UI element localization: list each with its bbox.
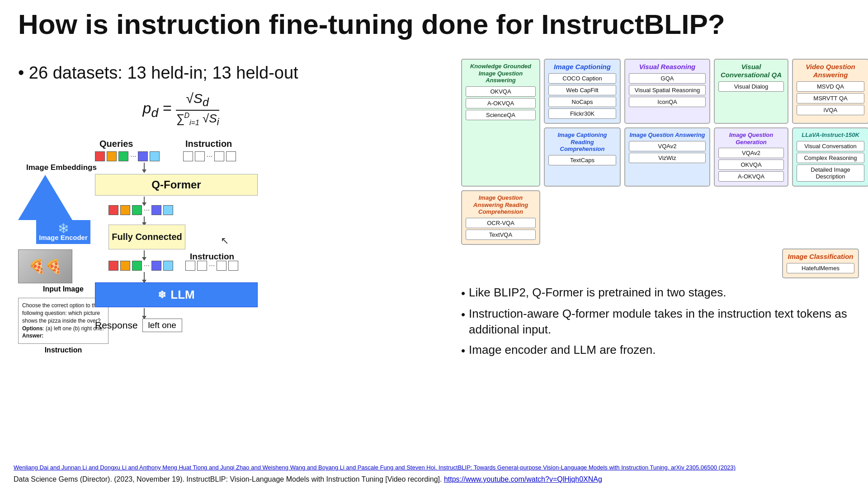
chip-aokvqa-gen: A-OKVQA — [718, 171, 784, 182]
iq-reading-title: Image Question Answering Reading Compreh… — [466, 194, 536, 216]
dataset-grid: Image Captioning COCO Caption Web CapFil… — [461, 59, 859, 245]
left-panel: • 26 datasets: 13 held-in; 13 held-out p… — [18, 63, 316, 356]
instruction-squares-top: ··· — [183, 151, 236, 161]
image-captioning-title: Image Captioning — [548, 63, 616, 71]
chip-msvd: MSVD QA — [797, 81, 864, 92]
video-qa-box: Video Question Answering MSVD QA MSRVTT … — [792, 59, 868, 124]
chip-okvqa-gen: OKVQA — [718, 160, 784, 170]
instruction-label-top: Instruction — [185, 139, 232, 149]
image-classification-title: Image Classification — [787, 253, 854, 261]
chip-gqa: GQA — [629, 73, 706, 84]
chip-hateful-memes: HatefulMemes — [787, 263, 854, 273]
chip-coco: COCO Caption — [548, 73, 616, 84]
chip-detailed-image: Detailed Image Description — [797, 164, 864, 182]
chip-vizwiz: VizWiz — [629, 153, 706, 163]
img-cap-reading-box: Image Captioning Reading Comprehension T… — [544, 127, 621, 187]
diagram: Image Embeddings ❄️ Image Encoder 🍕🍕 Inp… — [18, 139, 307, 356]
instruction-squares-bot: ··· — [185, 261, 238, 271]
chip-webcapfilt: Web CapFilt — [548, 85, 616, 95]
chip-textcaps: TextCaps — [548, 155, 616, 165]
chip-msrvtt: MSRVTT QA — [797, 93, 864, 103]
response-value: left one — [142, 319, 182, 332]
iq-reading-box: Image Question Answering Reading Compreh… — [461, 190, 540, 245]
knowledge-grounded-box: Knowledge Grounded Image Question Answer… — [461, 59, 540, 187]
datasets-bullet: • 26 datasets: 13 held-in; 13 held-out — [18, 63, 316, 83]
chip-textvqa: TextVQA — [466, 230, 536, 240]
chip-aokvqa: A-OKVQA — [466, 98, 536, 108]
response-label: Response — [95, 320, 138, 331]
chip-vqav2-gen: VQAv2 — [718, 148, 784, 158]
reference: Data Science Gems (Director). (2023, Nov… — [14, 475, 854, 483]
chip-visual-conv: Visual Conversation — [797, 141, 864, 151]
slide-title: How is instruction fine-tuning done for … — [18, 9, 850, 40]
queries-squares: ··· — [95, 151, 160, 161]
encoder-label: ❄️ Image Encoder — [36, 220, 90, 244]
chip-vsr: Visual Spatial Reasoning — [629, 85, 706, 95]
attribution[interactable]: Wenliang Dai and Junnan Li and Dongxu Li… — [14, 464, 854, 471]
chip-okvqa: OKVQA — [466, 86, 536, 97]
response-row: Response left one — [95, 319, 182, 332]
image-qa-box: Image Question Answering VQAv2 VizWiz — [624, 127, 710, 187]
chip-iconqa: IconQA — [629, 97, 706, 107]
llava-instruct-box: LLaVA-Instruct-150K Visual Conversation … — [792, 127, 868, 187]
visual-conv-qa-title: Visual Conversational QA — [718, 63, 784, 79]
instruction-diag-label: Instruction — [18, 346, 108, 354]
right-panel: Image Captioning COCO Caption Web CapFil… — [461, 59, 859, 363]
queries-label: Queries — [99, 139, 133, 149]
image-classification-row: Image Classification HatefulMemes — [461, 249, 859, 278]
bullet-frozen: • Image encoder and LLM are frozen. — [461, 342, 859, 359]
arrowhead3 — [142, 257, 146, 261]
visual-reasoning-box: Visual Reasoning GQA Visual Spatial Reas… — [624, 59, 710, 124]
llm-box: ❄ LLM — [95, 282, 258, 307]
bullet-qformer: • Instruction-aware Q-former module take… — [461, 306, 859, 338]
chip-scienceqa: ScienceQA — [466, 110, 536, 120]
image-qgen-title: Image Question Generation — [718, 131, 784, 145]
chip-nocaps: NoCaps — [548, 97, 616, 107]
bullet-blip2: • Like BLIP2, Q-Former is pretrained in … — [461, 285, 859, 301]
visual-reasoning-title: Visual Reasoning — [629, 63, 706, 71]
chip-flickr: Flickr30K — [548, 108, 616, 119]
bullets-section: • Like BLIP2, Q-Former is pretrained in … — [461, 285, 859, 359]
image-qa-title: Image Question Answering — [629, 131, 706, 139]
instruction-label-mid: Instruction — [190, 252, 234, 262]
encoder-triangle — [18, 175, 72, 220]
chip-complex-reasoning: Complex Reasoning — [797, 153, 864, 163]
knowledge-grounded-title: Knowledge Grounded Image Question Answer… — [466, 63, 536, 84]
image-embeddings-label: Image Embeddings — [26, 163, 97, 172]
slide: How is instruction fine-tuning done for … — [0, 0, 868, 488]
chip-ocr-vqa: OCR-VQA — [466, 218, 536, 228]
video-qa-title: Video Question Answering — [797, 63, 864, 79]
arrowhead-qformer — [142, 169, 146, 173]
llava-instruct-title: LLaVA-Instruct-150K — [797, 131, 864, 139]
reference-link[interactable]: https://www.youtube.com/watch?v=QlHjqh0X… — [444, 475, 602, 483]
image-captioning-box: Image Captioning COCO Caption Web CapFil… — [544, 59, 621, 124]
image-qgen-box: Image Question Generation VQAv2 OKVQA A-… — [714, 127, 788, 187]
chip-vqav2: VQAv2 — [629, 141, 706, 151]
img-cap-reading-title: Image Captioning Reading Comprehension — [548, 131, 616, 153]
chip-ivqa: iVQA — [797, 105, 864, 115]
output-squares2: ··· — [108, 261, 173, 271]
qformer-box: Q-Former — [95, 174, 258, 196]
output-squares: ··· — [108, 205, 173, 215]
input-images: 🍕🍕 — [18, 249, 72, 283]
fc-box: Fully Connected — [108, 225, 185, 249]
formula: pd = √Sd ∑Di=1 √Si — [45, 91, 316, 128]
visual-conv-qa-box: Visual Conversational QA Visual Dialog — [714, 59, 788, 124]
image-classification-box: Image Classification HatefulMemes — [782, 249, 859, 278]
chip-visual-dialog: Visual Dialog — [718, 81, 784, 92]
